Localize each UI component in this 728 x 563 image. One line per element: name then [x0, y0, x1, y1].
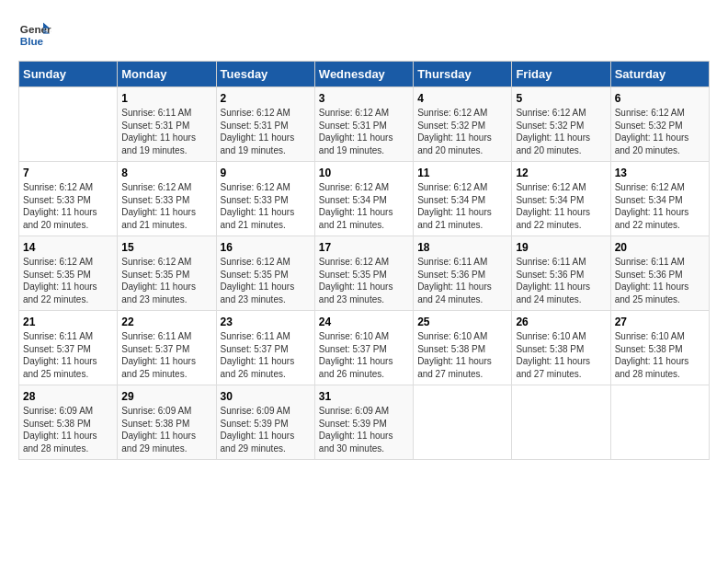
svg-text:Blue: Blue — [20, 35, 44, 47]
day-number: 30 — [221, 390, 311, 403]
day-info: Sunrise: 6:10 AM Sunset: 5:38 PM Dayligh… — [516, 330, 606, 380]
day-info: Sunrise: 6:12 AM Sunset: 5:31 PM Dayligh… — [319, 107, 409, 156]
day-number: 10 — [319, 167, 409, 179]
day-number: 19 — [516, 241, 606, 254]
day-info: Sunrise: 6:12 AM Sunset: 5:33 PM Dayligh… — [23, 181, 113, 231]
day-info: Sunrise: 6:09 AM Sunset: 5:38 PM Dayligh… — [23, 405, 113, 454]
day-info: Sunrise: 6:12 AM Sunset: 5:32 PM Dayligh… — [516, 107, 606, 156]
day-cell: 8 Sunrise: 6:12 AM Sunset: 5:33 PM Dayli… — [118, 162, 216, 236]
day-number: 28 — [23, 390, 113, 403]
day-info: Sunrise: 6:10 AM Sunset: 5:38 PM Dayligh… — [615, 330, 705, 380]
day-number: 13 — [615, 167, 705, 179]
day-info: Sunrise: 6:11 AM Sunset: 5:36 PM Dayligh… — [516, 256, 606, 305]
day-info: Sunrise: 6:12 AM Sunset: 5:31 PM Dayligh… — [221, 107, 311, 156]
logo-icon: General Blue — [18, 18, 51, 52]
day-number: 25 — [417, 316, 507, 328]
day-cell: 2 Sunrise: 6:12 AM Sunset: 5:31 PM Dayli… — [216, 87, 314, 162]
day-info: Sunrise: 6:12 AM Sunset: 5:33 PM Dayligh… — [121, 181, 211, 231]
day-number: 12 — [516, 167, 606, 179]
day-number: 26 — [516, 316, 606, 328]
day-cell: 13 Sunrise: 6:12 AM Sunset: 5:34 PM Dayl… — [610, 162, 709, 236]
day-cell: 4 Sunrise: 6:12 AM Sunset: 5:32 PM Dayli… — [414, 87, 512, 162]
day-cell: 31 Sunrise: 6:09 AM Sunset: 5:39 PM Dayl… — [314, 385, 413, 460]
day-cell — [19, 87, 118, 162]
day-cell: 10 Sunrise: 6:12 AM Sunset: 5:34 PM Dayl… — [314, 162, 413, 236]
week-row-2: 7 Sunrise: 6:12 AM Sunset: 5:33 PM Dayli… — [19, 162, 710, 236]
day-cell: 14 Sunrise: 6:12 AM Sunset: 5:35 PM Dayl… — [19, 236, 118, 311]
day-number: 24 — [319, 316, 409, 328]
col-header-thursday: Thursday — [414, 62, 512, 87]
day-cell: 20 Sunrise: 6:11 AM Sunset: 5:36 PM Dayl… — [610, 236, 709, 311]
day-cell — [610, 385, 709, 460]
day-cell: 29 Sunrise: 6:09 AM Sunset: 5:38 PM Dayl… — [118, 385, 216, 460]
day-cell: 17 Sunrise: 6:12 AM Sunset: 5:35 PM Dayl… — [314, 236, 413, 311]
day-number: 29 — [121, 390, 211, 403]
day-info: Sunrise: 6:12 AM Sunset: 5:32 PM Dayligh… — [615, 107, 705, 156]
day-cell: 18 Sunrise: 6:11 AM Sunset: 5:36 PM Dayl… — [414, 236, 512, 311]
day-info: Sunrise: 6:12 AM Sunset: 5:34 PM Dayligh… — [417, 181, 507, 231]
day-info: Sunrise: 6:12 AM Sunset: 5:32 PM Dayligh… — [417, 107, 507, 156]
day-info: Sunrise: 6:11 AM Sunset: 5:36 PM Dayligh… — [417, 256, 507, 305]
day-number: 7 — [23, 167, 113, 179]
day-number: 5 — [516, 92, 606, 105]
day-cell: 19 Sunrise: 6:11 AM Sunset: 5:36 PM Dayl… — [512, 236, 610, 311]
day-info: Sunrise: 6:11 AM Sunset: 5:36 PM Dayligh… — [615, 256, 705, 305]
week-row-3: 14 Sunrise: 6:12 AM Sunset: 5:35 PM Dayl… — [19, 236, 710, 311]
day-cell: 24 Sunrise: 6:10 AM Sunset: 5:37 PM Dayl… — [314, 311, 413, 385]
day-info: Sunrise: 6:11 AM Sunset: 5:37 PM Dayligh… — [121, 330, 211, 380]
col-header-saturday: Saturday — [610, 62, 709, 87]
day-number: 17 — [319, 241, 409, 254]
day-cell: 15 Sunrise: 6:12 AM Sunset: 5:35 PM Dayl… — [118, 236, 216, 311]
page-header: General Blue — [18, 18, 710, 52]
day-cell: 6 Sunrise: 6:12 AM Sunset: 5:32 PM Dayli… — [610, 87, 709, 162]
col-header-sunday: Sunday — [19, 62, 118, 87]
day-cell: 11 Sunrise: 6:12 AM Sunset: 5:34 PM Dayl… — [414, 162, 512, 236]
day-number: 16 — [221, 241, 311, 254]
day-number: 21 — [23, 316, 113, 328]
day-number: 2 — [221, 92, 311, 105]
day-cell: 7 Sunrise: 6:12 AM Sunset: 5:33 PM Dayli… — [19, 162, 118, 236]
calendar-table: SundayMondayTuesdayWednesdayThursdayFrid… — [18, 61, 710, 460]
day-info: Sunrise: 6:12 AM Sunset: 5:33 PM Dayligh… — [221, 181, 311, 231]
day-info: Sunrise: 6:11 AM Sunset: 5:37 PM Dayligh… — [221, 330, 311, 380]
day-cell: 5 Sunrise: 6:12 AM Sunset: 5:32 PM Dayli… — [512, 87, 610, 162]
calendar-header-row: SundayMondayTuesdayWednesdayThursdayFrid… — [19, 62, 710, 87]
day-cell: 22 Sunrise: 6:11 AM Sunset: 5:37 PM Dayl… — [118, 311, 216, 385]
day-cell: 16 Sunrise: 6:12 AM Sunset: 5:35 PM Dayl… — [216, 236, 314, 311]
day-cell: 30 Sunrise: 6:09 AM Sunset: 5:39 PM Dayl… — [216, 385, 314, 460]
day-cell: 25 Sunrise: 6:10 AM Sunset: 5:38 PM Dayl… — [414, 311, 512, 385]
day-number: 18 — [417, 241, 507, 254]
day-info: Sunrise: 6:12 AM Sunset: 5:34 PM Dayligh… — [319, 181, 409, 231]
day-info: Sunrise: 6:09 AM Sunset: 5:39 PM Dayligh… — [319, 405, 409, 454]
day-info: Sunrise: 6:12 AM Sunset: 5:34 PM Dayligh… — [516, 181, 606, 231]
day-info: Sunrise: 6:12 AM Sunset: 5:35 PM Dayligh… — [121, 256, 211, 305]
day-number: 31 — [319, 390, 409, 403]
day-cell: 9 Sunrise: 6:12 AM Sunset: 5:33 PM Dayli… — [216, 162, 314, 236]
day-number: 27 — [615, 316, 705, 328]
logo: General Blue — [18, 18, 51, 52]
day-cell: 23 Sunrise: 6:11 AM Sunset: 5:37 PM Dayl… — [216, 311, 314, 385]
day-number: 1 — [121, 92, 211, 105]
day-cell: 27 Sunrise: 6:10 AM Sunset: 5:38 PM Dayl… — [610, 311, 709, 385]
day-info: Sunrise: 6:09 AM Sunset: 5:39 PM Dayligh… — [221, 405, 311, 454]
col-header-friday: Friday — [512, 62, 610, 87]
day-cell: 3 Sunrise: 6:12 AM Sunset: 5:31 PM Dayli… — [314, 87, 413, 162]
week-row-4: 21 Sunrise: 6:11 AM Sunset: 5:37 PM Dayl… — [19, 311, 710, 385]
day-info: Sunrise: 6:09 AM Sunset: 5:38 PM Dayligh… — [121, 405, 211, 454]
day-number: 3 — [319, 92, 409, 105]
day-number: 11 — [417, 167, 507, 179]
day-cell — [414, 385, 512, 460]
day-info: Sunrise: 6:12 AM Sunset: 5:35 PM Dayligh… — [23, 256, 113, 305]
day-number: 15 — [121, 241, 211, 254]
day-cell: 21 Sunrise: 6:11 AM Sunset: 5:37 PM Dayl… — [19, 311, 118, 385]
day-cell: 28 Sunrise: 6:09 AM Sunset: 5:38 PM Dayl… — [19, 385, 118, 460]
day-info: Sunrise: 6:11 AM Sunset: 5:37 PM Dayligh… — [23, 330, 113, 380]
day-info: Sunrise: 6:12 AM Sunset: 5:35 PM Dayligh… — [319, 256, 409, 305]
day-number: 23 — [221, 316, 311, 328]
day-number: 22 — [121, 316, 211, 328]
day-info: Sunrise: 6:10 AM Sunset: 5:37 PM Dayligh… — [319, 330, 409, 380]
col-header-tuesday: Tuesday — [216, 62, 314, 87]
day-number: 6 — [615, 92, 705, 105]
day-number: 8 — [121, 167, 211, 179]
day-info: Sunrise: 6:12 AM Sunset: 5:34 PM Dayligh… — [615, 181, 705, 231]
